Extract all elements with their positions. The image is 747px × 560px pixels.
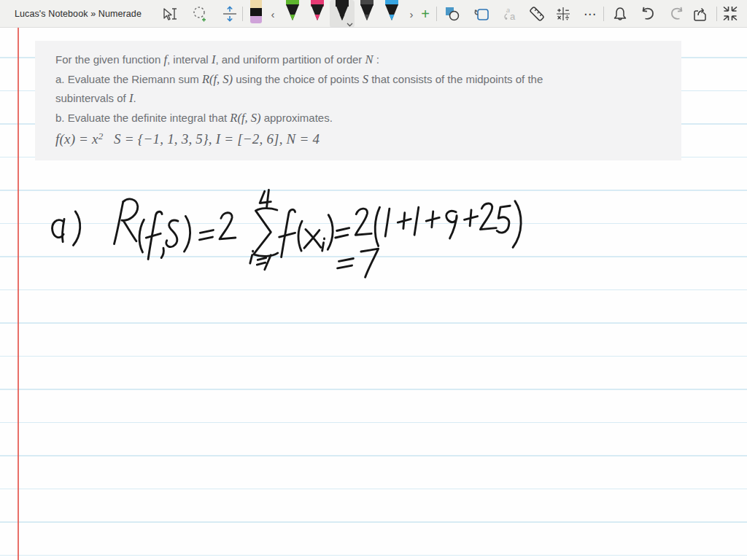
pen-scroll-left-button[interactable]: ‹ <box>267 3 279 25</box>
svg-text:a: a <box>510 11 516 22</box>
ink-stroke <box>465 210 478 226</box>
chevron-down-icon <box>347 23 353 27</box>
pen-dark-gray-button[interactable] <box>355 0 379 28</box>
chevron-left-icon: ‹ <box>271 8 275 20</box>
ink-stroke <box>480 203 496 230</box>
ink-stroke <box>115 202 123 244</box>
bell-icon <box>611 5 629 23</box>
pen-pink-icon <box>309 0 326 25</box>
pen-black-button[interactable] <box>330 0 355 28</box>
ink-to-shape-icon <box>473 5 490 23</box>
lasso-icon <box>191 5 209 23</box>
ink-stroke <box>328 215 333 250</box>
ink-stroke <box>220 213 236 239</box>
ellipsis-icon: ⋯ <box>584 7 597 22</box>
pen-black-icon <box>333 0 351 25</box>
shapes-button[interactable] <box>442 3 462 25</box>
ink-stroke <box>446 211 457 238</box>
toolbar-separator <box>716 7 717 21</box>
redo-icon <box>668 5 686 23</box>
shapes-icon <box>444 5 461 23</box>
drawing-canvas[interactable]: For the given function f, interval I, an… <box>0 28 747 560</box>
ink-stroke <box>254 209 278 257</box>
toolbar-separator <box>242 7 243 21</box>
ink-stroke <box>361 249 379 277</box>
more-tools-button[interactable]: ⋯ <box>581 3 600 25</box>
ink-stroke <box>298 221 302 251</box>
pen-pink-button[interactable] <box>305 0 330 28</box>
ink-stroke <box>53 219 64 241</box>
ink-stroke <box>398 213 411 229</box>
pen-green-button[interactable] <box>280 0 305 28</box>
undo-button[interactable] <box>638 3 658 25</box>
ink-stroke <box>322 238 325 251</box>
ink-stroke <box>161 248 163 257</box>
ink-stroke <box>304 230 321 249</box>
share-button[interactable] <box>690 3 711 25</box>
insert-space-icon <box>221 5 239 23</box>
ink-stroke <box>385 209 390 236</box>
ink-stroke <box>426 211 439 228</box>
ink-stroke <box>122 199 138 241</box>
eraser-icon <box>248 0 264 26</box>
toolbar: Lucas's Notebook » Numerade <box>0 0 747 28</box>
app-window: Lucas's Notebook » Numerade <box>0 0 747 560</box>
notebook-title[interactable]: Lucas's Notebook » Numerade <box>15 0 142 28</box>
ink-stroke <box>260 190 271 207</box>
collapse-view-button[interactable] <box>719 3 741 25</box>
notifications-button[interactable] <box>610 3 630 25</box>
pen-group <box>280 0 404 28</box>
pen-dark-gray-icon <box>358 0 376 25</box>
ink-stroke <box>166 220 178 246</box>
select-cursor-icon <box>161 5 179 23</box>
ink-stroke <box>199 230 213 240</box>
pen-green-icon <box>284 0 301 25</box>
math-button[interactable] <box>553 3 573 25</box>
undo-icon <box>639 5 657 23</box>
ink-stroke <box>375 207 379 246</box>
ink-stroke <box>146 233 160 238</box>
ink-stroke <box>336 228 349 238</box>
ink-stroke <box>185 217 190 252</box>
ink-stroke <box>513 201 521 248</box>
toolbar-separator <box>436 7 437 21</box>
ruler-button[interactable] <box>527 3 547 25</box>
chevron-right-icon: › <box>410 8 414 20</box>
eraser-button[interactable] <box>247 0 266 28</box>
select-tool-button[interactable] <box>160 3 180 25</box>
ruler-icon <box>528 5 546 23</box>
pen-scroll-right-button[interactable]: › <box>406 3 417 25</box>
ink-to-text-icon: a a <box>500 5 519 23</box>
insert-space-button[interactable] <box>220 3 240 25</box>
ink-to-shape-button[interactable] <box>471 3 492 25</box>
plus-icon: + <box>421 6 430 23</box>
share-icon <box>692 5 709 23</box>
ink-to-text-button[interactable]: a a <box>499 3 521 25</box>
pen-blue-icon <box>383 0 400 25</box>
handwriting-ink <box>0 28 747 560</box>
ink-stroke <box>73 211 80 246</box>
ink-stroke <box>355 209 371 235</box>
ink-stroke <box>414 207 419 235</box>
ink-stroke <box>139 219 144 252</box>
collapse-icon <box>721 5 739 23</box>
pen-blue-button[interactable] <box>379 0 404 28</box>
ink-stroke <box>338 259 354 268</box>
math-icon <box>554 5 572 23</box>
ink-stroke <box>279 233 295 237</box>
toolbar-separator <box>603 7 604 21</box>
lasso-select-button[interactable] <box>190 3 210 25</box>
add-pen-button[interactable]: + <box>418 3 433 25</box>
redo-button[interactable] <box>667 3 687 25</box>
ink-stroke <box>497 206 510 233</box>
